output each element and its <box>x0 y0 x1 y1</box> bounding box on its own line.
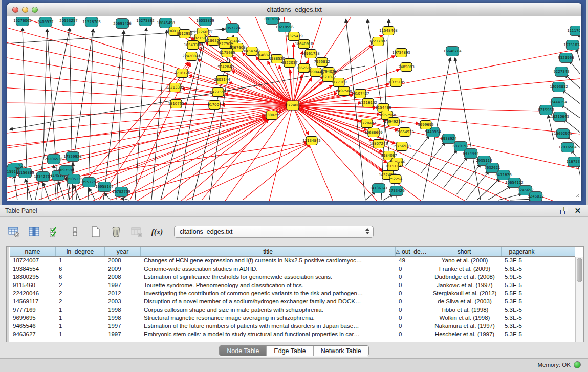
rows-icon[interactable] <box>68 224 83 239</box>
graph-node[interactable]: 15276062 <box>13 17 32 26</box>
citation-network-graph[interactable]: 1527606294055722055325711528703206914061… <box>7 17 580 201</box>
graph-node[interactable]: 16648784 <box>443 47 462 56</box>
graph-node-label: 8813054 <box>264 17 280 21</box>
graph-node[interactable]: 9097588 <box>58 166 74 176</box>
table-row[interactable]: 946362711997Embryonic stem cells: a mode… <box>10 331 575 339</box>
graph-node-label: 7955812 <box>314 60 330 64</box>
graph-node[interactable]: 10688609 <box>364 128 383 137</box>
graph-node[interactable]: 9242848 <box>217 63 233 72</box>
graph-node[interactable]: 9405572 <box>37 17 53 27</box>
tab-node-table[interactable]: Node Table <box>220 346 267 356</box>
table-row[interactable]: 1872400712008Changes of HCN gene express… <box>10 257 575 265</box>
select-all-icon[interactable] <box>47 224 62 239</box>
graph-node[interactable]: 8912955 <box>177 30 192 38</box>
graph-node[interactable]: 1810755 <box>168 100 184 108</box>
graph-node[interactable]: 2718126 <box>174 69 190 78</box>
graph-node[interactable]: 12342757 <box>34 172 52 182</box>
network-canvas[interactable]: 1527606294055722055325711528703206914061… <box>7 17 581 201</box>
graph-node[interactable]: 16782759 <box>112 187 130 197</box>
graph-node[interactable]: 1815112 <box>385 162 401 171</box>
table-row[interactable]: 946554611997Estimation of the future num… <box>10 322 575 331</box>
graph-node[interactable]: 1167533 <box>566 157 580 167</box>
column-header-name[interactable]: name <box>10 247 56 256</box>
table-row[interactable]: 969969511998Structural magnetic resonanc… <box>10 314 575 322</box>
graph-node[interactable]: 8813054 <box>264 17 280 25</box>
graph-node[interactable]: 16033809 <box>196 17 214 26</box>
graph-node[interactable]: 7857224 <box>224 24 241 33</box>
graph-node[interactable]: 16958107 <box>95 182 114 192</box>
graph-node[interactable]: 15273862 <box>136 17 155 26</box>
graph-node[interactable]: 20206536 <box>45 155 63 164</box>
graph-node[interactable]: 7485083 <box>398 63 414 72</box>
show-columns-icon[interactable] <box>27 224 42 239</box>
graph-node-label: 9242848 <box>217 65 233 69</box>
tab-edge-table[interactable]: Edge Table <box>267 346 313 356</box>
graph-node[interactable]: 9227343 <box>553 67 569 77</box>
graph-node[interactable]: 18375105 <box>387 78 405 87</box>
graph-node[interactable]: 16210643 <box>551 112 569 122</box>
graph-node[interactable]: 9699695 <box>418 121 433 129</box>
column-header-short[interactable]: short <box>427 247 502 256</box>
graph-node[interactable]: 15692971 <box>554 129 572 139</box>
tab-network-table[interactable]: Network Table <box>314 346 368 356</box>
graph-node[interactable]: 9245012 <box>528 192 543 201</box>
close-panel-icon[interactable]: ✕ <box>574 207 581 214</box>
column-header-title[interactable]: title <box>141 247 396 256</box>
graph-node[interactable]: 917004 <box>208 101 222 110</box>
network-window-titlebar[interactable]: citations_edges.txt <box>7 3 581 16</box>
table-row[interactable]: 1456911722003Disruption of a novel membe… <box>10 298 575 306</box>
graph-node[interactable]: 15134845 <box>302 137 321 145</box>
delete-column-icon[interactable] <box>108 224 124 239</box>
table-row[interactable]: 2242004622012Investigating the contribut… <box>10 290 575 298</box>
graph-node[interactable]: 11156869 <box>16 168 34 178</box>
graph-node[interactable]: 8938924 <box>441 134 457 144</box>
table-settings-icon[interactable] <box>6 224 21 239</box>
table-selector-dropdown[interactable]: citations_edges.txt <box>174 226 374 238</box>
vertical-scrollbar[interactable] <box>575 257 583 342</box>
graph-node[interactable]: 9777169 <box>331 78 346 87</box>
table-row[interactable]: 1938455462009Genome-wide association stu… <box>10 265 575 273</box>
function-builder-icon[interactable]: f(x) <box>149 224 165 239</box>
graph-node-label: 3175685 <box>219 51 235 55</box>
column-header-pagerank[interactable]: pagerank <box>502 247 542 256</box>
float-panel-icon[interactable] <box>560 207 568 214</box>
graph-node[interactable]: 19734893 <box>392 49 410 57</box>
graph-node[interactable]: 1733426 <box>388 186 405 196</box>
table-row[interactable]: 911546021997Tourette syndrome. Phenomeno… <box>10 281 575 290</box>
graph-node[interactable]: 15751074 <box>563 40 580 50</box>
graph-node[interactable]: 11528703 <box>82 17 101 27</box>
new-column-icon[interactable] <box>88 224 103 239</box>
graph-node[interactable]: 13216102 <box>359 99 377 107</box>
graph-node[interactable]: 6497568 <box>336 87 352 96</box>
graph-node[interactable]: 9474444 <box>463 149 479 159</box>
table-cell: 2009 <box>105 265 141 273</box>
resize-grip-icon[interactable] <box>578 198 579 199</box>
graph-node[interactable]: 7955812 <box>314 58 330 67</box>
graph-node[interactable]: 20691406 <box>113 19 132 29</box>
column-header-in_degree[interactable]: in_degree <box>56 247 105 256</box>
column-header-year[interactable]: year <box>105 247 141 256</box>
graph-node[interactable]: 16961758 <box>301 50 320 58</box>
table-cell: 1 <box>56 314 105 322</box>
column-header-out_de[interactable]: △out_de… <box>396 247 427 256</box>
graph-node[interactable]: 11117029 <box>567 26 580 36</box>
table-row[interactable]: 977716911998Corpus callosum shape and si… <box>10 306 575 314</box>
graph-node[interactable]: 3175685 <box>219 49 235 57</box>
graph-node[interactable]: 2803144 <box>214 76 230 84</box>
table-row[interactable]: 1830029562008Estimation of significance … <box>10 273 575 281</box>
graph-node[interactable]: 8215953 <box>538 105 554 115</box>
graph-node[interactable]: 12093832 <box>550 82 568 92</box>
graph-node[interactable]: 252254 <box>389 175 403 184</box>
graph-node[interactable]: 17016504 <box>558 143 577 152</box>
graph-node[interactable]: 11548408 <box>379 27 398 35</box>
graph-node[interactable]: 19218596 <box>275 23 294 32</box>
graph-node[interactable]: 14136141 <box>369 184 388 193</box>
graph-node[interactable]: 20553257 <box>59 17 78 26</box>
graph-node[interactable]: 8427552 <box>210 88 226 97</box>
graph-node[interactable]: 8322037 <box>281 59 297 68</box>
graph-node[interactable]: 17359928 <box>63 152 82 162</box>
scrollbar-thumb[interactable] <box>577 258 582 282</box>
graph-node[interactable]: 9329966 <box>558 53 574 63</box>
graph-node[interactable]: 18045498 <box>157 18 175 28</box>
graph-edge <box>510 199 532 200</box>
